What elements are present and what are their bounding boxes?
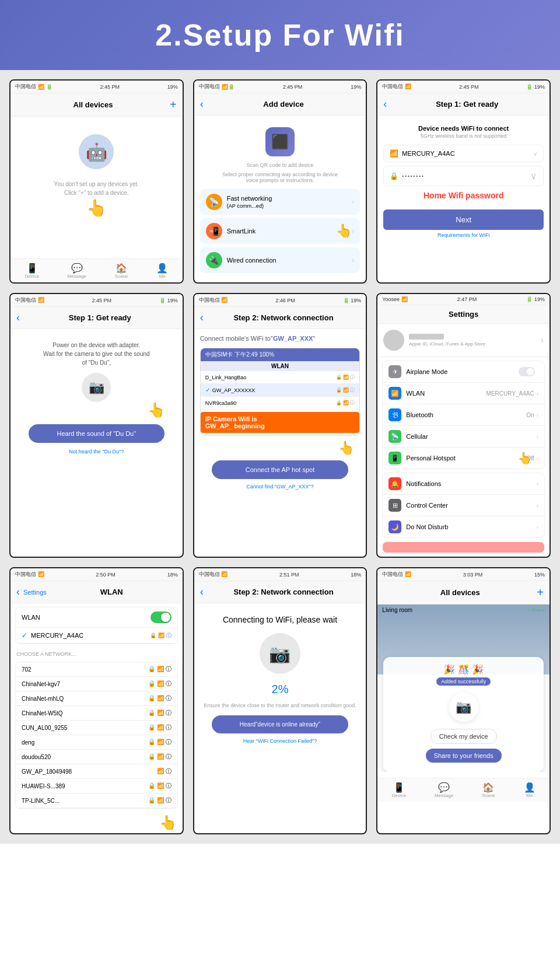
wlan-toggle-row[interactable]: WLAN (16, 607, 177, 628)
settings-wlan[interactable]: 📶 WLAN MERCURY_A4AC › (383, 383, 544, 404)
settings-cellular[interactable]: 📡 Cellular › (383, 426, 544, 448)
settings-hotspot[interactable]: 📱 Personal Hotspot Off › 👆 (383, 448, 544, 469)
wlan-label: WLAN (406, 390, 486, 397)
network-chinanet-kgv7[interactable]: ChinaNet-kgv7 🔒 📶 ⓘ (16, 677, 177, 691)
settings-profile[interactable]: Apple ID, iCloud, iTunes & App Store › (377, 324, 550, 357)
back-button-4[interactable]: ‹ (16, 312, 20, 324)
screens-grid: 中国电信 📶 🔋 2:45 PM 19% All devices + 🤖 You… (0, 70, 560, 844)
airplane-icon: ✈ (388, 365, 401, 378)
camera-animation-icon: 📷 (260, 633, 300, 674)
network-deng[interactable]: deng 🔒 📶 ⓘ (16, 735, 177, 750)
share-button[interactable]: Share to your friends (426, 749, 502, 763)
screen-2-add-device: 中国电信 📶🔋 2:45 PM 19% ‹ Add device ⬛ Scan … (193, 79, 368, 284)
back-button-3[interactable]: ‹ (383, 98, 387, 110)
hotspot-arrow-icon: › (537, 455, 538, 462)
screen9-title: All devices (383, 588, 537, 597)
bluetooth-label: Bluetooth (406, 411, 526, 418)
next-button[interactable]: Next (383, 209, 544, 230)
control-center-icon: ⊞ (388, 499, 401, 512)
nav-bar-1: All devices + (10, 93, 183, 117)
heard-online-button[interactable]: Heard"device is online already" (212, 715, 348, 733)
back-button-5[interactable]: ‹ (200, 312, 204, 324)
screen8-title: Step 2: Network connection (207, 588, 360, 596)
add-device-button-9[interactable]: + (537, 586, 544, 599)
time-2: 2:45 PM (283, 84, 303, 90)
page-header: 2.Setup For Wifi (0, 0, 560, 70)
network-doudou520[interactable]: doudou520 🔒 📶 ⓘ (16, 750, 177, 764)
wifi-name-field[interactable]: 📶 MERCURY_A4AC ∨ (383, 145, 544, 162)
airplane-toggle[interactable] (519, 367, 535, 376)
settings-control-center[interactable]: ⊞ Control Center › (383, 495, 544, 516)
online-badge: + Online (527, 607, 545, 613)
wlan-toggle-switch[interactable] (150, 611, 172, 623)
settings-dnd[interactable]: 🌙 Do Not Disturb › (383, 516, 544, 537)
nav-me-9[interactable]: 👤 Me (524, 782, 536, 798)
network-nvr[interactable]: NVR9ca3a90 🔒 📶 ⓘ (201, 397, 360, 410)
settings-notifications[interactable]: 🔔 Notifications › (383, 473, 544, 495)
profile-arrow-icon: › (541, 335, 544, 345)
ensure-text: Ensure the device close to the router an… (200, 702, 360, 710)
nav-scene[interactable]: 🏠 Scene (115, 263, 128, 279)
bluetooth-arrow-icon: › (537, 412, 538, 418)
network-chinanet-mhlq[interactable]: ChinaNet-mhLQ 🔒 📶 ⓘ (16, 691, 177, 706)
network-gw-ap-18[interactable]: GW_AP_18049498 📶 ⓘ (16, 764, 177, 779)
screen-6-ios-settings: Yoosee 📶 2:47 PM 🔋 19% Settings Apple ID… (376, 293, 551, 558)
avatar (383, 330, 404, 351)
cellular-label: Cellular (406, 433, 536, 440)
ip-camera-highlight: IP Camera Wifi isGW_AP_ beginning (201, 412, 360, 433)
smartlink-option[interactable]: 📲 SmartLink 👆 › (200, 218, 360, 244)
time-9: 3:03 PM (463, 572, 483, 578)
heard-sound-button[interactable]: Heard the sound of "Du Du" (29, 424, 164, 443)
not-heard-link[interactable]: Not heard the "Du Du"? (16, 449, 177, 455)
back-button-8[interactable]: ‹ (200, 586, 204, 598)
network-huawei[interactable]: HUAWEI-S...389 🔒 📶 ⓘ (16, 779, 177, 794)
network-chinanet-w5tq[interactable]: ChinaNet-W5tQ 🔒 📶 ⓘ (16, 706, 177, 721)
nav-device[interactable]: 📱 Device (24, 263, 38, 279)
status-bar-8: 中国电信 📶 2:51 PM 18% (194, 568, 366, 581)
back-button-2[interactable]: ‹ (200, 98, 204, 110)
wlan-toggle-section: WLAN ✓ MERCURY_A4AC 🔒 📶 ⓘ (15, 607, 178, 644)
requirements-link[interactable]: Requirements for WiFi (383, 232, 544, 238)
fast-label: Fast networking(AP comm...ed) (227, 195, 352, 209)
fast-networking-option[interactable]: 📡 Fast networking(AP comm...ed) › (200, 189, 360, 215)
time-6: 2:47 PM (457, 296, 477, 302)
connected-network[interactable]: ✓ MERCURY_A4AC 🔒 📶 ⓘ (16, 628, 177, 644)
cannot-find-link[interactable]: Cannot find "GW_AP_XXX"? (200, 484, 360, 490)
back-button-7[interactable]: ‹ (16, 586, 20, 598)
nav-scene-9[interactable]: 🏠 Scene (482, 782, 495, 798)
dnd-arrow-icon: › (537, 524, 538, 530)
check-device-button[interactable]: Check my device (430, 729, 497, 744)
connect-ap-button[interactable]: Connect the AP hot spot (212, 460, 348, 479)
network-702[interactable]: 702 🔒 📶 ⓘ (16, 662, 177, 677)
screen4-body: Power on the device with adapter. Wait f… (10, 329, 183, 460)
room-name: Living room (382, 607, 412, 613)
wired-option[interactable]: 🔌 Wired connection › (200, 247, 360, 273)
network-tp-link[interactable]: TP-LINK_5C... 🔒 📶 ⓘ (16, 794, 177, 808)
nav-device-9[interactable]: 📱 Device (392, 782, 406, 798)
screen7-body: WLAN ✓ MERCURY_A4AC 🔒 📶 ⓘ CHOOSE A NETWO… (10, 607, 183, 833)
settings-bluetooth[interactable]: 𝔅 Bluetooth On › (383, 404, 544, 426)
settings-section-3 (382, 541, 545, 553)
nav-message-9[interactable]: 💬 Message (435, 782, 453, 798)
nav-me[interactable]: 👤 Me (156, 263, 168, 279)
connecting-text: Connecting to WiFi, please wait (200, 615, 360, 624)
connected-info-icon[interactable]: ⓘ (166, 632, 172, 639)
settings-back-label[interactable]: Settings (23, 589, 47, 596)
add-device-button[interactable]: + (170, 98, 177, 111)
hear-fail-link[interactable]: Hear "WiFi Connection Failed"? (200, 738, 360, 744)
screen2-body: ⬛ Scan QR code to add device Select prop… (194, 116, 366, 282)
connect-instruction: Connect mobile's WiFi to"GW_AP_XXX" (200, 335, 360, 342)
network-gw-ap[interactable]: ✓ GW_AP_XXXXXX 🔒 📶 ⓘ (201, 384, 360, 397)
time-3: 2:45 PM (459, 84, 479, 90)
nav-message[interactable]: 💬 Message (68, 263, 86, 279)
password-label: Home Wifi password (383, 191, 544, 200)
screen-5-network-connection: 中国电信 📶 2:46 PM 🔋 19% ‹ Step 2: Network c… (193, 293, 368, 558)
wlan-title: WLAN (201, 361, 360, 371)
network-d-link[interactable]: D_Link_HangBao 🔒 📶 ⓘ (201, 371, 360, 384)
network-cun-al00[interactable]: CUN_AL00_9255 🔒 📶 ⓘ (16, 721, 177, 735)
settings-airplane[interactable]: ✈ Airplane Mode (383, 361, 544, 383)
battery-8: 18% (351, 572, 361, 578)
choose-network-label: CHOOSE A NETWORK... (10, 648, 183, 658)
password-field[interactable]: 🔒 •••••••• ∨ (383, 166, 544, 186)
time-5: 2:46 PM (275, 298, 295, 303)
